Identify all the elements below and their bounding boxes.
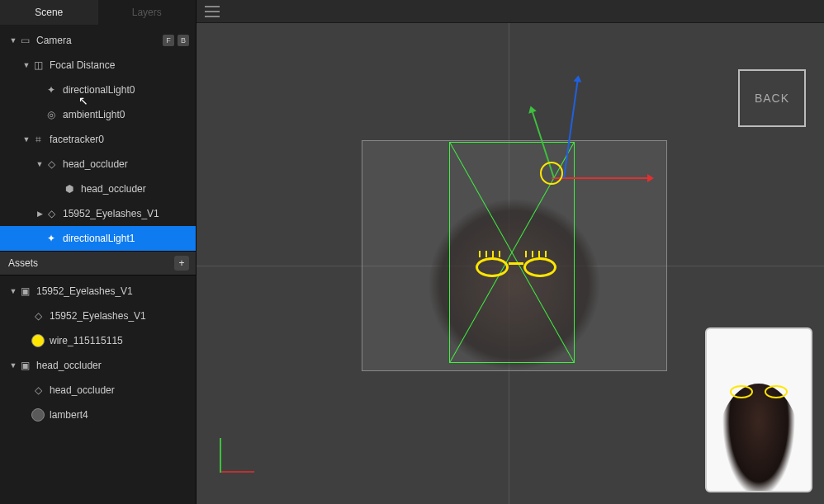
tree-item-directional-light-0[interactable]: ✦ directionalLight0 [0, 78, 196, 102]
tree-label: Camera [36, 35, 163, 46]
obj-file-icon: ▣ [18, 359, 31, 372]
caret-right-icon: ▶ [35, 210, 45, 218]
null-object-icon: ◇ [45, 207, 58, 220]
badge-b[interactable]: B [178, 35, 189, 46]
tree-label: 15952_Eyelashes_V1 [63, 208, 189, 219]
mesh-icon: ◇ [31, 309, 45, 323]
camera-badges: F B [163, 35, 189, 46]
tree-item-directional-light-1[interactable]: ✦ directionalLight1 [0, 226, 196, 251]
material-swatch-icon [31, 408, 45, 422]
asset-eyelashes-mesh[interactable]: ◇ 15952_Eyelashes_V1 [0, 304, 196, 328]
orientation-label: BACK [755, 92, 789, 105]
caret-down-icon: ▼ [21, 61, 31, 69]
camera-icon: ▭ [18, 34, 31, 47]
caret-down-icon: ▼ [8, 287, 18, 295]
viewport[interactable]: BACK [197, 0, 824, 504]
tree-label: ambientLight0 [63, 109, 189, 120]
tab-scene[interactable]: Scene [0, 0, 98, 25]
tree-label: directionalLight1 [63, 233, 189, 244]
asset-label: 15952_Eyelashes_V1 [50, 310, 189, 322]
caret-down-icon: ▼ [8, 36, 18, 45]
axis-x-icon [220, 471, 254, 473]
eyelashes-overlay [476, 256, 556, 280]
null-object-icon: ◇ [45, 158, 58, 171]
assets-tree: ▼ ▣ 15952_Eyelashes_V1 ◇ 15952_Eyelashes… [0, 276, 196, 427]
asset-eyelashes-folder[interactable]: ▼ ▣ 15952_Eyelashes_V1 [0, 279, 196, 304]
panel-tabs: Scene Layers [0, 0, 196, 25]
tab-layers[interactable]: Layers [98, 0, 197, 25]
mesh-icon: ◇ [31, 384, 45, 397]
tree-label: head_occluder [81, 183, 189, 195]
tree-item-head-occluder-mesh[interactable]: ⬢ head_occluder [0, 177, 196, 201]
light-gizmo[interactable] [540, 162, 563, 185]
asset-label: 15952_Eyelashes_V1 [36, 285, 189, 297]
device-preview[interactable] [705, 327, 812, 492]
caret-down-icon: ▼ [8, 361, 18, 370]
asset-label: head_occluder [50, 384, 189, 396]
orientation-cube-back[interactable]: BACK [738, 69, 806, 127]
directional-light-icon: ✦ [45, 232, 58, 245]
focal-distance-icon: ◫ [31, 59, 45, 72]
asset-head-occluder-folder[interactable]: ▼ ▣ head_occluder [0, 353, 196, 378]
tree-label: head_occluder [63, 158, 189, 170]
material-swatch-icon [31, 334, 45, 347]
assets-header: Assets + [0, 251, 196, 276]
transform-axis-x[interactable] [552, 177, 649, 179]
tree-item-focal-distance[interactable]: ▼ ◫ Focal Distance [0, 53, 196, 78]
asset-label: lambert4 [50, 409, 189, 421]
badge-f[interactable]: F [163, 35, 174, 46]
mesh-icon: ⬢ [63, 182, 76, 195]
axis-y-icon [220, 438, 221, 473]
viewport-toolbar [197, 0, 824, 23]
caret-down-icon: ▼ [21, 135, 31, 144]
tree-item-ambient-light-0[interactable]: ◎ ambientLight0 [0, 102, 196, 127]
directional-light-icon: ✦ [45, 83, 58, 97]
menu-button[interactable] [205, 6, 220, 17]
tree-label: facetracker0 [50, 134, 189, 145]
asset-wire-material[interactable]: wire_115115115 [0, 328, 196, 353]
tree-item-head-occluder-group[interactable]: ▼ ◇ head_occluder [0, 152, 196, 177]
preview-eyelashes-overlay [730, 385, 788, 400]
assets-title: Assets [8, 257, 38, 269]
asset-label: wire_115115115 [50, 335, 189, 346]
scene-tree: ▼ ▭ Camera F B ▼ ◫ Focal Distance ✦ dire… [0, 25, 196, 251]
face-tracker-icon: ⌗ [31, 133, 45, 146]
obj-file-icon: ▣ [18, 285, 31, 298]
tree-item-facetracker[interactable]: ▼ ⌗ facetracker0 [0, 127, 196, 152]
asset-lambert4-material[interactable]: lambert4 [0, 403, 196, 427]
add-asset-button[interactable]: + [174, 256, 189, 271]
tree-label: directionalLight0 [63, 84, 189, 96]
tree-label: Focal Distance [50, 59, 189, 71]
asset-label: head_occluder [36, 360, 189, 371]
tree-item-eyelashes[interactable]: ▶ ◇ 15952_Eyelashes_V1 [0, 201, 196, 226]
sidebar: Scene Layers ▼ ▭ Camera F B ▼ ◫ Focal Di… [0, 0, 197, 504]
caret-down-icon: ▼ [35, 160, 45, 168]
tree-item-camera[interactable]: ▼ ▭ Camera F B [0, 28, 196, 53]
asset-head-occluder-mesh[interactable]: ◇ head_occluder [0, 378, 196, 403]
orientation-axes [220, 431, 261, 473]
ambient-light-icon: ◎ [45, 108, 58, 121]
